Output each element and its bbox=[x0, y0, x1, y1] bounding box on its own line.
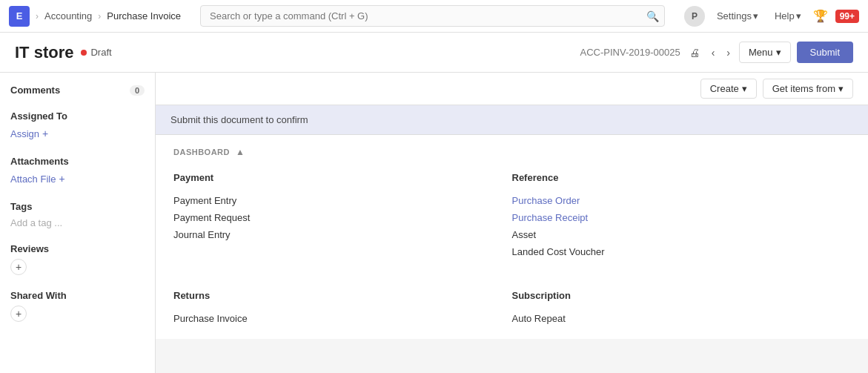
trophy-icon: 🏆 bbox=[813, 9, 828, 23]
sidebar-reviews-header: Reviews bbox=[10, 243, 145, 254]
add-review-button[interactable]: + bbox=[10, 259, 27, 275]
dash-item-asset[interactable]: Asset bbox=[512, 226, 851, 243]
get-items-chevron-icon: ▾ bbox=[838, 83, 844, 94]
nav-right: P Settings ▾ Help ▾ 🏆 99+ bbox=[684, 6, 859, 27]
dash-item-landed-cost[interactable]: Landed Cost Voucher bbox=[512, 243, 851, 260]
dash-item-journal-entry[interactable]: Journal Entry bbox=[173, 226, 500, 243]
settings-chevron-icon: ▾ bbox=[753, 10, 758, 22]
dash-item-payment-request[interactable]: Payment Request bbox=[173, 209, 500, 226]
prev-record-button[interactable]: ‹ bbox=[709, 44, 718, 62]
payment-column: Payment Payment Entry Payment Request Jo… bbox=[173, 172, 512, 272]
payment-title: Payment bbox=[173, 172, 500, 183]
assign-plus-icon: + bbox=[42, 128, 48, 139]
doc-title-area: IT store Draft bbox=[15, 43, 112, 62]
assign-link[interactable]: Assign + bbox=[10, 126, 145, 141]
create-button[interactable]: Create ▾ bbox=[700, 79, 757, 99]
app-icon[interactable]: E bbox=[9, 6, 30, 27]
reviews-controls: + bbox=[10, 259, 145, 275]
breadcrumb-sep-1: › bbox=[36, 11, 39, 22]
next-record-button[interactable]: › bbox=[723, 44, 733, 62]
sidebar-comments-section: Comments 0 bbox=[10, 85, 145, 96]
dashboard-header[interactable]: DASHBOARD ▲ bbox=[173, 147, 850, 157]
sidebar-attachments-section: Attachments Attach File + bbox=[10, 156, 145, 186]
doc-id: ACC-PINV-2019-00025 bbox=[580, 47, 680, 58]
dash-item-auto-repeat[interactable]: Auto Repeat bbox=[512, 310, 839, 327]
toolbar-right: Create ▾ Get items from ▾ bbox=[700, 79, 853, 99]
comments-label: Comments bbox=[10, 85, 60, 96]
attach-file-link[interactable]: Attach File + bbox=[10, 171, 145, 186]
assigned-to-label: Assigned To bbox=[10, 110, 67, 122]
toolbar-bar: Create ▾ Get items from ▾ bbox=[156, 73, 868, 105]
top-navbar: E › Accounting › Purchase Invoice 🔍 P Se… bbox=[0, 0, 868, 33]
dash-item-returns-purchase-invoice[interactable]: Purchase Invoice bbox=[173, 310, 500, 327]
doc-title: IT store bbox=[15, 43, 73, 62]
dash-item-purchase-receipt[interactable]: Purchase Receipt bbox=[512, 209, 851, 226]
content-area: Create ▾ Get items from ▾ Submit this do… bbox=[156, 73, 868, 373]
menu-button[interactable]: Menu ▾ bbox=[739, 42, 791, 63]
reference-title: Reference bbox=[512, 172, 851, 183]
sidebar-tags-section: Tags Add a tag ... bbox=[10, 201, 145, 228]
dash-item-payment-entry[interactable]: Payment Entry bbox=[173, 192, 500, 209]
get-items-button[interactable]: Get items from ▾ bbox=[763, 79, 853, 99]
breadcrumb-purchase-invoice: Purchase Invoice bbox=[107, 10, 181, 22]
reference-column: Reference Purchase Order Purchase Receip… bbox=[512, 172, 851, 272]
dashboard-chevron-icon: ▲ bbox=[236, 147, 245, 157]
sidebar-assigned-header: Assigned To bbox=[10, 110, 145, 122]
print-button[interactable]: 🖨 bbox=[686, 44, 703, 62]
sidebar-tags-header: Tags bbox=[10, 201, 145, 212]
sidebar-assigned-section: Assigned To Assign + bbox=[10, 110, 145, 141]
tags-label: Tags bbox=[10, 201, 32, 212]
status-badge: Draft bbox=[81, 47, 111, 58]
sidebar-attachments-header: Attachments bbox=[10, 156, 145, 167]
settings-button[interactable]: Settings ▾ bbox=[712, 7, 763, 24]
returns-section: Returns Purchase Invoice Subscription Au… bbox=[173, 290, 850, 327]
dashboard-grid: Payment Payment Entry Payment Request Jo… bbox=[173, 172, 850, 272]
returns-grid: Returns Purchase Invoice Subscription Au… bbox=[173, 290, 850, 327]
comments-count: 0 bbox=[130, 85, 145, 96]
avatar: P bbox=[684, 6, 705, 27]
doc-actions: ACC-PINV-2019-00025 🖨 ‹ › Menu ▾ Submit bbox=[580, 42, 853, 63]
breadcrumb-sep-2: › bbox=[98, 11, 101, 22]
subscription-column: Subscription Auto Repeat bbox=[512, 290, 851, 327]
sidebar-reviews-section: Reviews + bbox=[10, 243, 145, 275]
subscription-title: Subscription bbox=[512, 290, 839, 301]
status-label: Draft bbox=[90, 47, 111, 58]
dashboard-section: DASHBOARD ▲ Payment Payment Entry Paymen… bbox=[156, 135, 868, 339]
returns-title: Returns bbox=[173, 290, 500, 301]
returns-column: Returns Purchase Invoice bbox=[173, 290, 512, 327]
help-chevron-icon: ▾ bbox=[796, 10, 801, 22]
menu-chevron-icon: ▾ bbox=[776, 47, 781, 58]
search-input[interactable] bbox=[200, 5, 665, 27]
status-dot bbox=[81, 50, 87, 56]
add-shared-button[interactable]: + bbox=[10, 306, 27, 322]
submit-notice-text: Submit this document to confirm bbox=[170, 114, 308, 125]
search-icon: 🔍 bbox=[646, 10, 659, 22]
main-layout: Comments 0 Assigned To Assign + Attachme… bbox=[0, 73, 868, 373]
attachments-label: Attachments bbox=[10, 156, 69, 167]
submit-notice: Submit this document to confirm bbox=[156, 105, 868, 135]
add-tag-link[interactable]: Add a tag ... bbox=[10, 217, 62, 228]
reviews-label: Reviews bbox=[10, 243, 49, 254]
sidebar-shared-header: Shared With bbox=[10, 290, 145, 301]
page-header: IT store Draft ACC-PINV-2019-00025 🖨 ‹ ›… bbox=[0, 33, 868, 73]
notification-badge[interactable]: 99+ bbox=[835, 10, 859, 23]
sidebar: Comments 0 Assigned To Assign + Attachme… bbox=[0, 73, 156, 373]
attach-plus-icon: + bbox=[59, 173, 64, 185]
shared-with-label: Shared With bbox=[10, 290, 67, 301]
dash-item-purchase-order[interactable]: Purchase Order bbox=[512, 192, 851, 209]
sidebar-shared-section: Shared With + bbox=[10, 290, 145, 322]
dashboard-label: DASHBOARD bbox=[173, 148, 230, 156]
create-chevron-icon: ▾ bbox=[742, 83, 747, 94]
help-button[interactable]: Help ▾ bbox=[770, 7, 806, 24]
breadcrumb-accounting[interactable]: Accounting bbox=[44, 10, 92, 22]
sidebar-comments-header: Comments 0 bbox=[10, 85, 145, 96]
submit-button[interactable]: Submit bbox=[797, 42, 853, 63]
search-bar: 🔍 bbox=[200, 5, 665, 27]
